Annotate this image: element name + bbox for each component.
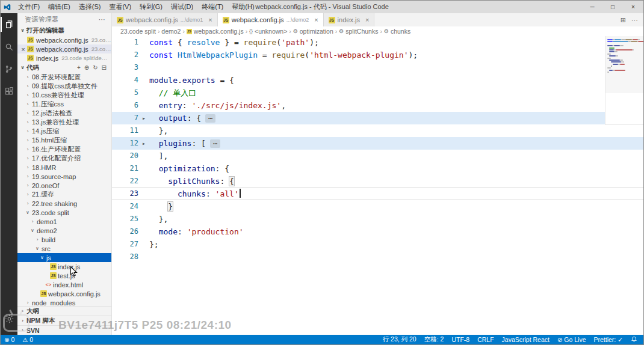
line-number[interactable]: 4 xyxy=(112,74,138,87)
tree-item-10-css[interactable]: ›10.css兼容性处理 xyxy=(17,91,111,100)
fold-arrow-icon[interactable]: ▸ xyxy=(138,112,149,124)
close-icon[interactable]: × xyxy=(208,16,212,23)
code-line-7[interactable]: 7▸ output: {⋯ xyxy=(112,112,643,124)
collapse-all-icon[interactable]: ⊟ xyxy=(102,64,107,71)
line-number[interactable]: 3 xyxy=(112,61,138,74)
tree-item-23-code-split[interactable]: ∨23.code split xyxy=(17,208,111,217)
tree-item-13-js[interactable]: ›13.js兼容性处理 xyxy=(17,118,111,127)
breadcrumb-item-unknown[interactable]: {}<unknown> xyxy=(249,28,287,35)
menu-help[interactable]: 帮助(H) xyxy=(228,1,258,13)
status-cursor-position[interactable]: 行 23, 列 20 xyxy=(383,335,416,344)
tree-item-index-html[interactable]: <>index.html xyxy=(17,280,111,289)
code-line-2[interactable]: 2const HtmlWebpackPlugin = require('html… xyxy=(112,49,643,61)
split-editor-icon[interactable]: ⊞ xyxy=(621,16,626,24)
line-number[interactable]: 21 xyxy=(112,162,138,175)
breadcrumb-item-chunks[interactable]: ⚙chunks xyxy=(384,28,410,35)
source-control-icon[interactable] xyxy=(1,58,17,80)
breadcrumb-item-optimization[interactable]: ⚙optimization xyxy=(293,28,333,35)
code-line-21[interactable]: 21 optimization: { xyxy=(112,162,643,175)
code-line-22[interactable]: 22 splitChunks: { xyxy=(112,175,643,188)
line-number[interactable]: 2 xyxy=(112,49,138,61)
tree-item-20-oneof[interactable]: ›20.oneOf xyxy=(17,181,111,190)
fold-ellipsis-badge[interactable]: ⋯ xyxy=(210,139,220,148)
status-errors[interactable]: ⊗0 xyxy=(4,336,14,343)
tree-item-19-source-map[interactable]: ›19.source-map xyxy=(17,172,111,181)
line-number[interactable]: 28 xyxy=(112,251,138,263)
status-encoding[interactable]: UTF-8 xyxy=(451,336,469,343)
more-actions-icon[interactable]: ⋯ xyxy=(99,16,105,23)
breadcrumb-item-splitchunks[interactable]: ⚙splitChunks xyxy=(339,28,378,35)
explorer-icon[interactable] xyxy=(1,13,17,35)
open-editor-item[interactable]: ×JSwebpack.config.js23.code ... xyxy=(17,44,111,53)
line-number[interactable]: 22 xyxy=(112,175,138,188)
code-line-23[interactable]: 23 chunks: 'all' xyxy=(112,188,643,200)
tree-item-demo2[interactable]: ∨demo2 xyxy=(17,226,111,235)
open-editor-item[interactable]: JSwebpack.config.js23.code ... xyxy=(17,35,111,44)
breadcrumb-item-webpack-config-js[interactable]: JSwebpack.config.js xyxy=(187,28,244,35)
maximize-button[interactable]: □ xyxy=(602,1,623,13)
tree-item-22-tree-shaking[interactable]: ›22.tree shaking xyxy=(17,199,111,208)
breadcrumb-item-demo2[interactable]: demo2 xyxy=(161,28,181,35)
menu-edit[interactable]: 编辑(E) xyxy=(44,1,75,13)
panel-item-0[interactable]: ›大纲 xyxy=(17,306,111,316)
minimap[interactable] xyxy=(605,36,643,125)
tree-item-09-css[interactable]: ›09.提取css成单独文件 xyxy=(17,82,111,91)
fold-arrow-icon[interactable]: ▸ xyxy=(138,137,149,150)
tree-item-src[interactable]: ∨src xyxy=(17,244,111,253)
line-number[interactable]: 5 xyxy=(112,87,138,99)
menu-view[interactable]: 查看(V) xyxy=(105,1,135,13)
line-number[interactable]: 24 xyxy=(112,200,138,213)
menu-file[interactable]: 文件(F) xyxy=(14,1,44,13)
code-editor[interactable]: 1const { resolve } = require('path');2co… xyxy=(112,36,643,335)
menu-debug[interactable]: 调试(D) xyxy=(167,1,197,13)
refresh-icon[interactable]: ↻ xyxy=(93,64,98,71)
code-line-25[interactable]: 25 }, xyxy=(112,213,643,225)
extensions-icon[interactable] xyxy=(1,80,17,102)
tree-item-demo1[interactable]: ›demo1 xyxy=(17,217,111,226)
close-icon[interactable]: × xyxy=(314,16,318,23)
line-number[interactable]: 6 xyxy=(112,99,138,112)
line-number[interactable]: 11 xyxy=(112,124,138,137)
tab-webpack-config-js-demo1[interactable]: JSwebpack.config.js...\demo1× xyxy=(112,13,218,26)
status-go-live[interactable]: ⊘Go Live xyxy=(557,336,586,343)
new-folder-icon[interactable]: ⊕ xyxy=(84,64,89,71)
line-number[interactable]: 23 xyxy=(112,188,138,200)
line-number[interactable]: 12 xyxy=(112,137,138,150)
search-icon[interactable] xyxy=(1,35,17,58)
code-line-28[interactable]: 28 xyxy=(112,251,643,263)
tree-item-node-modules[interactable]: ›node_modules xyxy=(17,298,111,306)
code-line-5[interactable]: 5 // 单入口 xyxy=(112,87,643,99)
status-language[interactable]: JavaScript React xyxy=(502,336,550,343)
tree-item-index-js[interactable]: JSindex.js xyxy=(17,262,111,271)
close-button[interactable]: × xyxy=(623,1,643,13)
tree-item-16[interactable]: ›16.生产环境配置 xyxy=(17,145,111,154)
tree-item-test-js[interactable]: JStest.js xyxy=(17,271,111,280)
close-icon[interactable]: × xyxy=(19,46,27,53)
minimize-button[interactable]: ─ xyxy=(582,1,602,13)
tree-item-build[interactable]: ›build xyxy=(17,235,111,244)
menu-terminal[interactable]: 终端(T) xyxy=(197,1,228,13)
tree-item-17[interactable]: ›17.优化配置介绍 xyxy=(17,154,111,163)
tree-item-15-html[interactable]: ›15.html压缩 xyxy=(17,136,111,145)
tree-item-js[interactable]: ∨js xyxy=(17,253,111,262)
line-number[interactable]: 26 xyxy=(112,225,138,238)
line-number[interactable]: 20 xyxy=(112,150,138,162)
tab-webpack-config-js-demo2[interactable]: JSwebpack.config.js...\demo2× xyxy=(218,13,324,26)
close-icon[interactable]: × xyxy=(365,16,369,23)
line-number[interactable]: 7 xyxy=(112,112,138,124)
code-line-20[interactable]: 20 ], xyxy=(112,150,643,162)
folder-section-header[interactable]: ∨ 代码 +⊕↻⊟ xyxy=(17,63,111,73)
code-line-26[interactable]: 26 mode: 'production' xyxy=(112,225,643,238)
line-number[interactable]: 25 xyxy=(112,213,138,225)
tab-index-js[interactable]: JSindex.js× xyxy=(324,13,375,26)
code-line-4[interactable]: 4module.exports = { xyxy=(112,74,643,87)
status-warnings[interactable]: ⚠0 xyxy=(22,336,33,343)
code-line-27[interactable]: 27}; xyxy=(112,238,643,251)
menu-selection[interactable]: 选择(S) xyxy=(75,1,105,13)
code-line-6[interactable]: 6 entry: './src/js/index.js', xyxy=(112,99,643,112)
tree-item-18-hmr[interactable]: ›18.HMR xyxy=(17,163,111,172)
tree-item-14-js[interactable]: ›14.js压缩 xyxy=(17,127,111,136)
code-line-11[interactable]: 11 }, xyxy=(112,124,643,137)
breadcrumb-item-23-code-split[interactable]: 23.code split xyxy=(120,28,156,35)
tree-item-08[interactable]: ›08.开发环境配置 xyxy=(17,73,111,82)
